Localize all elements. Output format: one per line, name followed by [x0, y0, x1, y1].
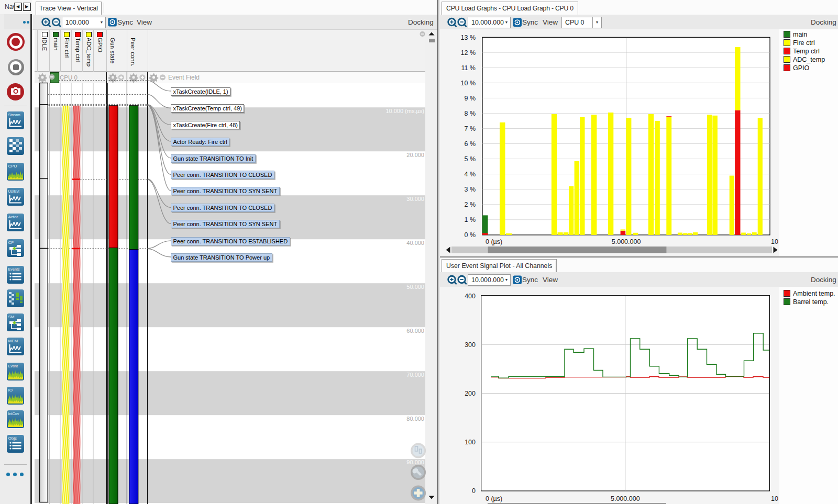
svg-text:13 %: 13 % [461, 34, 476, 41]
svg-text:CF: CF [8, 240, 14, 245]
svg-text:40.000: 40.000 [406, 240, 424, 246]
svg-text:10.000 (ms.µs): 10.000 (ms.µs) [385, 108, 424, 114]
svg-text:100: 100 [465, 439, 476, 446]
svg-text:5.000.000: 5.000.000 [611, 495, 640, 502]
svg-text:CPU 0: CPU 0 [60, 74, 78, 81]
svg-text:0 (µs): 0 (µs) [486, 238, 502, 245]
svg-text:6 %: 6 % [464, 140, 476, 148]
svg-text:Barrel temp.: Barrel temp. [793, 298, 829, 306]
svg-text:80.000: 80.000 [406, 416, 424, 422]
svg-text:GPIO: GPIO [793, 64, 810, 72]
svg-text:main: main [793, 31, 807, 38]
svg-text:Events: Events [8, 267, 20, 272]
svg-text:0: 0 [472, 487, 476, 495]
svg-text:300: 300 [465, 341, 476, 349]
svg-text:0 %: 0 % [464, 231, 476, 239]
svg-text:10: 10 [771, 495, 778, 502]
svg-text:50.000: 50.000 [406, 284, 424, 290]
svg-text:10 %: 10 % [461, 80, 476, 87]
svg-text:CPU: CPU [8, 164, 17, 169]
svg-text:IntCov: IntCov [8, 411, 19, 416]
svg-text:SM: SM [8, 315, 15, 319]
svg-text:Objs: Objs [8, 436, 17, 441]
svg-text:90.000: 90.000 [406, 459, 424, 465]
svg-text:30.000: 30.000 [406, 196, 424, 202]
svg-text:5 %: 5 % [464, 155, 476, 163]
svg-text:10: 10 [771, 238, 778, 245]
svg-text:8 %: 8 % [464, 110, 476, 117]
svg-text:EvtInt: EvtInt [8, 364, 18, 368]
svg-text:1 %: 1 % [464, 216, 476, 223]
svg-text:Temp ctrl: Temp ctrl [793, 48, 820, 55]
svg-text:Stream: Stream [8, 113, 20, 117]
svg-text:70.000: 70.000 [406, 372, 424, 378]
svg-text:Event Field: Event Field [168, 74, 200, 81]
svg-text:UsrEvt: UsrEvt [8, 189, 20, 194]
svg-text:9 %: 9 % [464, 95, 476, 102]
svg-text:Fire ctrl: Fire ctrl [793, 39, 815, 47]
svg-text:3 %: 3 % [464, 186, 476, 193]
svg-text:Actor: Actor [8, 215, 18, 219]
svg-text:60.000: 60.000 [406, 328, 424, 334]
svg-text:7 %: 7 % [464, 125, 476, 132]
svg-text:400: 400 [465, 293, 476, 300]
svg-text:11 %: 11 % [461, 64, 476, 72]
svg-text:MEM: MEM [8, 339, 18, 343]
svg-text:Ambient temp.: Ambient temp. [793, 290, 835, 297]
svg-text:IO: IO [8, 388, 13, 393]
svg-text:20.000: 20.000 [406, 152, 424, 158]
svg-text:2 %: 2 % [464, 201, 476, 208]
svg-text:0 (µs): 0 (µs) [486, 495, 502, 502]
svg-text:200: 200 [465, 390, 476, 397]
svg-text:4 %: 4 % [464, 171, 476, 178]
svg-text:ADC_temp: ADC_temp [793, 56, 825, 63]
svg-text:5.000.000: 5.000.000 [612, 238, 641, 245]
svg-text:12 %: 12 % [461, 49, 476, 57]
